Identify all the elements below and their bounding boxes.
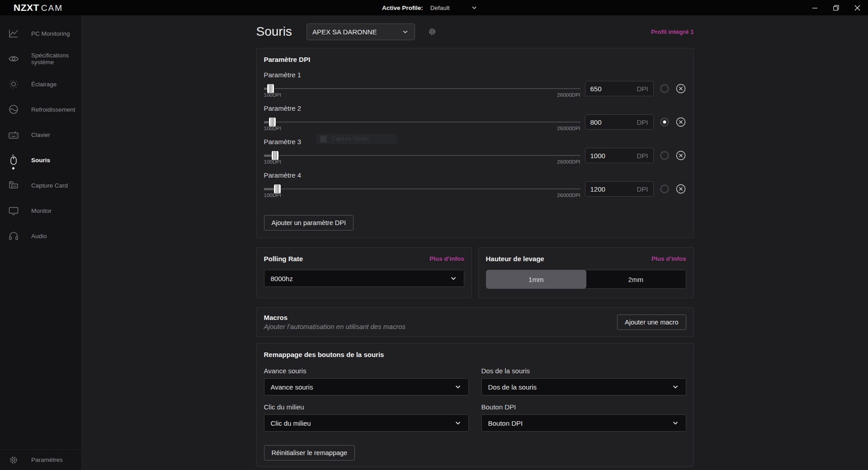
sidebar-item-eclairage[interactable]: Éclairage	[0, 71, 81, 97]
device-settings-gear-icon[interactable]	[428, 27, 437, 36]
chevron-down-icon	[401, 28, 409, 36]
remap-select-value: Bouton DPI	[488, 419, 523, 427]
chevron-down-icon	[449, 274, 458, 282]
sidebar-item-label: Éclairage	[31, 81, 57, 88]
polling-rate-panel: Polling Rate Plus d’infos 8000hz	[256, 247, 472, 298]
monitor-icon	[8, 205, 19, 216]
dpi-active-radio[interactable]	[660, 184, 669, 193]
close-button[interactable]	[847, 0, 868, 15]
dpi-slider[interactable]: 100DPI 26000DPI	[264, 115, 580, 131]
dpi-unit: DPI	[637, 85, 648, 93]
dpi-value-input[interactable]: 1200 DPI	[585, 181, 654, 197]
dpi-slider[interactable]: 100DPI 26000DPI	[264, 148, 580, 164]
add-macro-button[interactable]: Ajouter une macro	[617, 315, 686, 330]
polling-rate-value: 8000hz	[271, 275, 293, 282]
main-content: Souris APEX SA DARONNE Profil intégré 1 …	[82, 15, 868, 470]
sidebar-item-label: Spécifications système	[31, 52, 81, 66]
remap-panel: Remappage des boutons de la souris Avanc…	[256, 343, 694, 467]
remap-select-clic-du-milieu[interactable]: Clic du milieu	[264, 414, 469, 432]
slider-track[interactable]	[264, 188, 580, 189]
dpi-value-input[interactable]: 1000 DPI	[585, 148, 654, 163]
dpi-setting-label: Paramètre 3	[264, 137, 686, 146]
dpi-unit: DPI	[637, 185, 648, 193]
mouse-icon	[8, 155, 19, 165]
device-select[interactable]: APEX SA DARONNE	[307, 24, 415, 40]
sidebar-item-label: Audio	[31, 233, 47, 240]
remap-title: Remappage des boutons de la souris	[264, 351, 686, 358]
dpi-slider[interactable]: 100DPI 26000DPI	[264, 81, 580, 98]
remap-select-dos-de-la-souris[interactable]: Dos de la souris	[481, 378, 686, 395]
dpi-active-radio[interactable]	[660, 118, 669, 127]
restore-button[interactable]	[826, 0, 847, 15]
slider-handle[interactable]	[267, 84, 274, 93]
remap-select-avance-souris[interactable]: Avance souris	[264, 378, 469, 395]
dpi-value-input[interactable]: 650 DPI	[585, 81, 654, 96]
dpi-value: 650	[590, 85, 602, 93]
sidebar-item-label: Paramètres	[31, 456, 63, 463]
dpi-active-radio[interactable]	[660, 84, 669, 93]
sidebar-item-capture-card[interactable]: Capture Card	[0, 173, 81, 198]
lift-segment-1mm[interactable]: 1mm	[486, 270, 587, 289]
sidebar-item-souris[interactable]: Souris	[0, 147, 81, 173]
dpi-panel-title: Paramètre DPI	[264, 56, 686, 63]
add-dpi-setting-button[interactable]: Ajouter un paramètre DPI	[264, 215, 354, 230]
dpi-remove-icon[interactable]	[675, 117, 686, 127]
dpi-slider[interactable]: 100DPI 26000DPI	[264, 182, 580, 198]
sidebar-item-specifications-systeme[interactable]: Spécifications système	[0, 46, 81, 71]
page-title: Souris	[256, 24, 292, 39]
chevron-down-icon	[671, 419, 679, 427]
audio-icon	[8, 230, 19, 241]
sidebar-spacer	[0, 249, 81, 449]
lift-height-toggle: 1mm 2mm	[486, 270, 686, 289]
keyboard-icon	[8, 129, 19, 140]
lift-height-title: Hauteur de levage	[486, 255, 544, 263]
sidebar-item-label: PC Monitoring	[31, 30, 70, 37]
gear-icon	[8, 455, 19, 465]
dpi-remove-icon[interactable]	[675, 183, 686, 194]
dpi-max-label: 26000DPI	[557, 92, 580, 98]
polling-more-info-link[interactable]: Plus d’infos	[429, 255, 464, 262]
dpi-unit: DPI	[637, 118, 648, 126]
macros-title: Macros	[264, 314, 406, 321]
remap-select-value: Avance souris	[271, 383, 313, 391]
dpi-remove-icon[interactable]	[675, 150, 686, 161]
reset-remap-button[interactable]: Réinitialiser le remappage	[264, 445, 355, 461]
dpi-setting-row: Paramètre 4 100DPI 26000DPI	[264, 171, 686, 198]
polling-rate-select[interactable]: 8000hz	[264, 270, 464, 287]
remap-select-bouton-dpi[interactable]: Bouton DPI	[481, 414, 686, 432]
sidebar-item-refroidissement[interactable]: Refroidissement	[0, 97, 81, 122]
lift-more-info-link[interactable]: Plus d’infos	[651, 255, 686, 262]
window-controls	[804, 0, 868, 15]
sidebar-item-parametres[interactable]: Paramètres	[0, 449, 81, 470]
dpi-remove-icon[interactable]	[675, 83, 686, 94]
profile-badge[interactable]: Profil intégré 1	[651, 28, 694, 35]
active-profile-label: Active Profile:	[382, 5, 423, 11]
sidebar-item-label: Capture Card	[31, 182, 68, 189]
remap-field-label: Bouton DPI	[481, 403, 686, 412]
slider-track[interactable]	[264, 122, 580, 122]
remap-field-clic-du-milieu: Clic du milieu Clic du milieu	[264, 403, 469, 432]
sidebar-item-audio[interactable]: Audio	[0, 223, 81, 249]
lift-height-panel: Hauteur de levage Plus d’infos 1mm 2mm	[478, 247, 694, 298]
slider-track[interactable]	[264, 88, 580, 89]
slider-handle[interactable]	[274, 184, 281, 193]
remap-field-label: Avance souris	[264, 367, 469, 376]
dpi-value: 1200	[590, 185, 605, 193]
dpi-value-input[interactable]: 800 DPI	[585, 114, 654, 130]
slider-handle[interactable]	[269, 118, 276, 127]
dpi-setting-row: Paramètre 3 100DPI 26000DPI	[264, 137, 686, 164]
logo-cam: CAM	[41, 3, 63, 13]
dpi-active-radio[interactable]	[660, 151, 669, 160]
sidebar-item-pc-monitoring[interactable]: PC Monitoring	[0, 21, 81, 46]
lift-segment-2mm[interactable]: 2mm	[585, 270, 686, 289]
sidebar-item-clavier[interactable]: Clavier	[0, 122, 81, 147]
minimize-button[interactable]	[804, 0, 826, 15]
capture-card-icon	[8, 180, 19, 191]
macros-panel: Macros Ajouter l’automatisation en utili…	[256, 307, 694, 337]
slider-handle[interactable]	[272, 151, 278, 160]
active-profile-dropdown[interactable]: Active Profile: Default	[382, 0, 478, 15]
slider-track[interactable]	[264, 155, 580, 156]
nzxt-cam-logo: NZXT CAM	[0, 2, 63, 13]
sidebar-item-monitor[interactable]: Monitor	[0, 198, 81, 223]
remap-field-label: Dos de la souris	[481, 367, 686, 376]
